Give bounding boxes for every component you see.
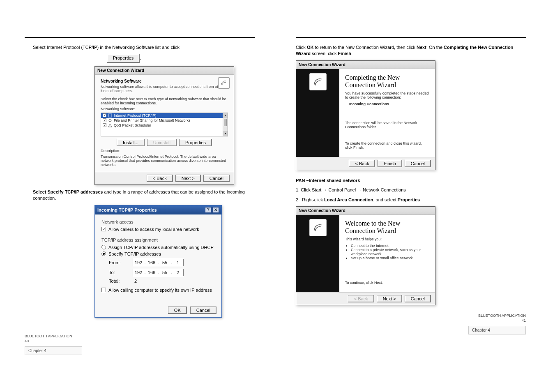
- protocol-icon: [108, 113, 112, 118]
- welcome-bullet-2: Connect to a private network, such as yo…: [351, 248, 429, 256]
- to-ip-field[interactable]: 192. 168. 55. 2: [133, 269, 184, 276]
- dialog-tcpip-properties: Incoming TCP/IP Properties ? ✕ Network a…: [94, 205, 222, 318]
- chapter-bar-left: Chapter 4: [25, 346, 82, 355]
- wizard-completing: New Connection Wizard Completing the New…: [296, 60, 435, 170]
- header-rule-right: [296, 37, 526, 38]
- welcome-line1: This wizard helps you:: [345, 237, 429, 241]
- pan-heading: PAN –Internet shared network: [296, 178, 526, 184]
- wizard-arc-icon: [218, 77, 230, 89]
- step-subtext: Networking software allows this computer…: [101, 85, 228, 93]
- dialog-title-bar: Incoming TCP/IP Properties ? ✕: [95, 205, 221, 214]
- list-item-fileprinter: File and Printer Sharing for Microsoft N…: [101, 118, 228, 123]
- back-button[interactable]: < Back: [147, 175, 173, 182]
- description-text: Transmission Control Protocol/Internet P…: [101, 154, 228, 167]
- label-specify: Specify TCP/IP addresses: [108, 251, 161, 256]
- cancel-dialog-button[interactable]: Cancel: [190, 307, 216, 314]
- svg-point-1: [109, 119, 111, 122]
- radio-dhcp[interactable]: [101, 245, 106, 249]
- properties-button-inline[interactable]: Properties: [107, 54, 140, 62]
- instr-select-tcpip: Select Internet Protocol (TCP/IP) in the…: [25, 44, 255, 51]
- svg-rect-0: [108, 114, 112, 117]
- footer-topic-left: BLUETOOTH APPLICATION: [25, 334, 255, 338]
- label-allow-own-ip: Allow calling computer to specify its ow…: [108, 288, 212, 293]
- completing-heading: Completing the New Connection Wizard: [345, 74, 429, 89]
- checkbox-qos[interactable]: [103, 123, 106, 127]
- step-prompt: Select the check box next to each type o…: [101, 97, 228, 105]
- close-icon[interactable]: ✕: [212, 207, 219, 213]
- list-item-qos: QoS Packet Scheduler: [101, 123, 228, 128]
- description-label: Description:: [101, 149, 228, 153]
- list-properties-button[interactable]: Properties: [179, 139, 212, 146]
- label-dhcp: Assign TCP/IP addresses automatically us…: [108, 245, 214, 250]
- welcome-line2: To continue, click Next.: [345, 281, 429, 285]
- wizard-welcome-title: New Connection Wizard: [296, 207, 435, 215]
- label-allow-callers: Allow callers to access my local area ne…: [108, 227, 199, 232]
- list-scrollbar[interactable]: ▴▾: [223, 113, 228, 136]
- completing-line1: You have successfully completed the step…: [345, 91, 429, 99]
- arc-icon: [309, 219, 327, 236]
- networking-software-list[interactable]: Internet Protocol (TCP/IP) File and Prin…: [101, 113, 228, 136]
- back-button[interactable]: < Back: [349, 160, 375, 167]
- list-label: Networking software:: [101, 107, 228, 111]
- welcome-heading: Welcome to the New Connection Wizard: [345, 220, 429, 235]
- uninstall-button: Uninstall: [147, 139, 177, 146]
- from-label: From:: [109, 260, 124, 265]
- arc-icon: [309, 73, 327, 90]
- instr-finish-wizard: Click OK to return to the New Connection…: [296, 44, 526, 57]
- instr-specify-addresses: Select Specify TCP/IP addresses and type…: [25, 189, 255, 202]
- next-button[interactable]: Next >: [175, 175, 201, 182]
- connection-name: Incoming Connections: [349, 102, 429, 106]
- group-address-assignment: TCP/IP address assignment: [101, 238, 215, 242]
- cancel-button[interactable]: Cancel: [405, 160, 431, 167]
- wizard-networking-software: New Connection Wizard Networking Softwar…: [94, 66, 234, 185]
- pan-step2: 2. Right-click Local Area Connection, an…: [296, 197, 526, 203]
- page-number-left: 40: [25, 339, 255, 343]
- page-number-right: 41: [296, 318, 526, 323]
- total-label: Total:: [109, 279, 124, 284]
- to-label: To:: [109, 270, 124, 275]
- wizard-title: New Connection Wizard: [95, 67, 234, 75]
- from-ip-field[interactable]: 192. 168. 55. 1: [133, 259, 184, 266]
- checkbox-fp[interactable]: [103, 118, 106, 122]
- step-heading: Networking Software: [101, 79, 228, 83]
- share-icon: [108, 118, 112, 122]
- wizard-side-graphic: [296, 69, 339, 157]
- checkbox-allow-callers[interactable]: [101, 227, 106, 231]
- dialog-title: Incoming TCP/IP Properties: [97, 208, 157, 212]
- finish-button[interactable]: Finish: [378, 160, 402, 167]
- completing-line2: The connection will be saved in the Netw…: [345, 121, 429, 129]
- header-rule-left: [25, 37, 255, 38]
- chapter-bar-right: Chapter 4: [468, 326, 526, 334]
- back-button: < Back: [348, 295, 374, 302]
- next-button[interactable]: Next >: [377, 295, 402, 302]
- welcome-bullet-3: Set up a home or small office network.: [351, 256, 429, 260]
- pan-step1: 1. Click Start → Control Panel → Network…: [296, 187, 526, 193]
- list-item-tcpip: Internet Protocol (TCP/IP): [101, 113, 228, 118]
- completing-line3: To create the connection and close this …: [345, 141, 429, 150]
- arrow-icon: →: [322, 187, 327, 192]
- total-value: 2: [133, 279, 179, 284]
- wizard-welcome: New Connection Wizard Welcome to the New…: [296, 206, 435, 305]
- footer-topic-right: BLUETOOTH APPLICATION: [296, 314, 526, 318]
- qos-icon: [108, 123, 112, 127]
- cancel-button[interactable]: Cancel: [405, 295, 431, 302]
- cancel-button[interactable]: Cancel: [203, 175, 230, 182]
- wizard-side-graphic: [296, 215, 339, 292]
- arrow-icon: →: [357, 187, 362, 192]
- group-network-access: Network access: [101, 219, 215, 224]
- welcome-bullet-1: Connect to the Internet.: [351, 244, 429, 248]
- checkbox-tcpip[interactable]: [103, 113, 106, 117]
- radio-specify[interactable]: [101, 251, 106, 256]
- help-icon[interactable]: ?: [205, 207, 212, 213]
- wizard-completing-title: New Connection Wizard: [296, 61, 435, 69]
- checkbox-allow-own-ip[interactable]: [101, 288, 106, 292]
- ok-button[interactable]: OK: [168, 307, 187, 314]
- install-button[interactable]: Install...: [117, 139, 145, 146]
